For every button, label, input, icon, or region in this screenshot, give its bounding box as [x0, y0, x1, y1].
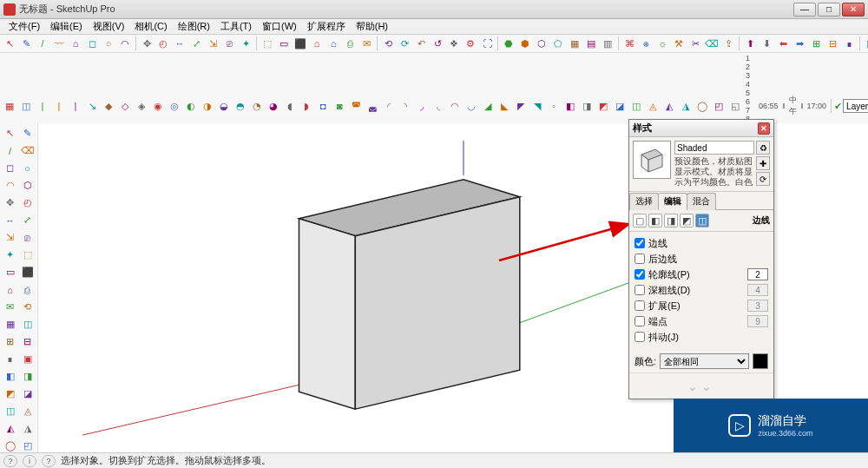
toolbar-button[interactable]: ✎ — [18, 36, 34, 51]
toolbar-button[interactable]: ◫ — [628, 98, 644, 114]
dialog-close-button[interactable]: ✕ — [758, 122, 770, 135]
toolbar-button[interactable]: ↺ — [430, 36, 445, 51]
toolbar-button[interactable]: 〰 — [51, 36, 67, 51]
toolbar-button[interactable]: ⬇ — [759, 36, 774, 51]
toolbar-button[interactable]: ↖ — [2, 36, 17, 51]
toolbar-button[interactable]: ◡ — [464, 98, 479, 114]
chk-jitter[interactable] — [635, 332, 645, 342]
toolbar-button[interactable]: ❖ — [446, 36, 462, 51]
toolbar-button[interactable]: ✂ — [687, 36, 703, 51]
toolbar-button[interactable]: ◮ — [678, 98, 694, 114]
toolbar-button[interactable]: ⛶ — [479, 36, 495, 51]
tool-button[interactable]: ◻ — [2, 160, 18, 176]
menu-help[interactable]: 帮助(H) — [351, 20, 393, 33]
toolbar-button[interactable]: ⇲ — [205, 36, 220, 51]
tool-button[interactable]: ▭ — [2, 264, 18, 280]
menu-camera[interactable]: 相机(C) — [129, 20, 172, 33]
tab-edit[interactable]: 编辑 — [658, 193, 687, 210]
tool-button[interactable]: ∎ — [2, 351, 18, 367]
toolbar-button[interactable]: ▣ — [863, 36, 868, 51]
toolbar-button[interactable]: ◉ — [150, 98, 166, 114]
toolbar-button[interactable]: ◝ — [398, 98, 413, 114]
layer-visible-icon[interactable]: ✔ — [834, 101, 842, 112]
toolbar-button[interactable]: ⬠ — [550, 36, 566, 51]
tool-button[interactable]: ⤢ — [19, 212, 36, 228]
toolbar-button[interactable]: ⚙ — [463, 36, 478, 51]
toolbar-button[interactable]: ✦ — [238, 36, 253, 51]
toolbar-button[interactable]: ⬆ — [742, 36, 758, 51]
toolbar-button[interactable]: ◭ — [661, 98, 677, 114]
toolbar-button[interactable]: ↘ — [84, 98, 100, 114]
toolbar-button[interactable]: ◇ — [117, 98, 133, 114]
tool-button[interactable]: ⌂ — [2, 281, 18, 298]
toolbar-button[interactable]: ⎚ — [221, 36, 237, 51]
toolbar-button[interactable]: ◦ — [546, 98, 562, 114]
cat-edge-icon[interactable]: ▢ — [633, 214, 647, 227]
tool-button[interactable]: ✥ — [2, 194, 18, 211]
toolbar-button[interactable]: ◆ — [101, 98, 116, 114]
tool-button[interactable]: ⌫ — [19, 142, 36, 159]
toolbar-button[interactable]: ▥ — [600, 36, 615, 51]
toolbar-button[interactable]: ◢ — [480, 98, 496, 114]
toolbar-button[interactable]: ∎ — [841, 36, 857, 51]
tool-button[interactable]: ◪ — [19, 386, 36, 402]
tool-button[interactable]: ◧ — [2, 368, 18, 385]
toolbar-button[interactable]: ◴ — [155, 36, 171, 51]
toolbar-button[interactable]: ◠ — [117, 36, 133, 51]
shadow-time-slider[interactable] — [783, 103, 785, 109]
tool-button[interactable]: ✦ — [2, 247, 18, 263]
toolbar-button[interactable]: ⌘ — [621, 36, 637, 51]
menu-tools[interactable]: 工具(T) — [215, 20, 257, 33]
tab-mix[interactable]: 混合 — [687, 193, 716, 210]
tool-button[interactable]: ↔ — [2, 212, 18, 228]
toolbar-button[interactable]: ◒ — [216, 98, 232, 114]
toolbar-button[interactable]: ◘ — [315, 98, 331, 114]
toolbar-button[interactable]: ▦ — [567, 36, 582, 51]
menu-draw[interactable]: 绘图(R) — [173, 20, 215, 33]
toolbar-button[interactable]: ○ — [101, 36, 116, 51]
toolbar-button[interactable]: ↔ — [172, 36, 187, 51]
toolbar-button[interactable]: ◬ — [645, 98, 661, 114]
edge-color-swatch[interactable] — [753, 353, 768, 369]
toolbar-button[interactable]: ◯ — [694, 98, 710, 114]
style-name-field[interactable]: Shaded — [674, 141, 754, 155]
tool-button[interactable]: ⎚ — [19, 229, 36, 246]
toolbar-button[interactable]: ⎙ — [342, 36, 358, 51]
toolbar-button[interactable]: ⬅ — [775, 36, 791, 51]
toolbar-button[interactable]: ✥ — [139, 36, 155, 51]
toolbar-button[interactable]: ◑ — [200, 98, 215, 114]
tool-button[interactable]: ◫ — [2, 403, 18, 419]
shadow-date-slider[interactable] — [801, 103, 803, 109]
tool-button[interactable]: ⊞ — [2, 333, 18, 350]
tool-button[interactable]: ↖ — [2, 125, 18, 142]
toolbar-button[interactable]: ◜ — [381, 98, 397, 114]
toolbar-button[interactable]: ◔ — [249, 98, 265, 114]
tool-button[interactable]: ⬛ — [19, 264, 36, 280]
toolbar-button[interactable]: ◞ — [414, 98, 430, 114]
status-btn-2[interactable]: i — [23, 455, 36, 467]
toolbar-button[interactable]: ◥ — [529, 98, 545, 114]
toolbar-button[interactable]: ⌂ — [326, 36, 341, 51]
toolbar-button[interactable]: ◚ — [348, 98, 364, 114]
toolbar-button[interactable]: ◎ — [167, 98, 182, 114]
toolbar-button[interactable]: ◠ — [447, 98, 463, 114]
tool-button[interactable]: ○ — [19, 160, 36, 176]
toolbar-button[interactable]: ☼ — [654, 36, 670, 51]
chk-back-edges[interactable] — [635, 254, 645, 264]
toolbar-button[interactable]: ✉ — [358, 36, 374, 51]
toolbar-button[interactable]: ⚒ — [671, 36, 687, 51]
toolbar-button[interactable]: ◰ — [711, 98, 727, 114]
tool-button[interactable]: ◮ — [19, 420, 36, 437]
toolbar-button[interactable]: | — [51, 98, 67, 114]
toolbar-button[interactable]: ◩ — [595, 98, 611, 114]
toolbar-button[interactable]: ⬢ — [517, 36, 533, 51]
tool-button[interactable]: ✎ — [19, 125, 36, 142]
toolbar-button[interactable]: ▤ — [583, 36, 599, 51]
style-refresh-button[interactable]: ⟳ — [756, 172, 770, 186]
toolbar-button[interactable]: ◻ — [84, 36, 100, 51]
toolbar-button[interactable]: ⬛ — [293, 36, 308, 51]
tool-button[interactable]: ⊟ — [19, 333, 36, 350]
toolbar-button[interactable]: ⊟ — [825, 36, 840, 51]
tool-button[interactable]: ◠ — [2, 177, 18, 194]
tool-button[interactable]: ◫ — [19, 316, 36, 333]
